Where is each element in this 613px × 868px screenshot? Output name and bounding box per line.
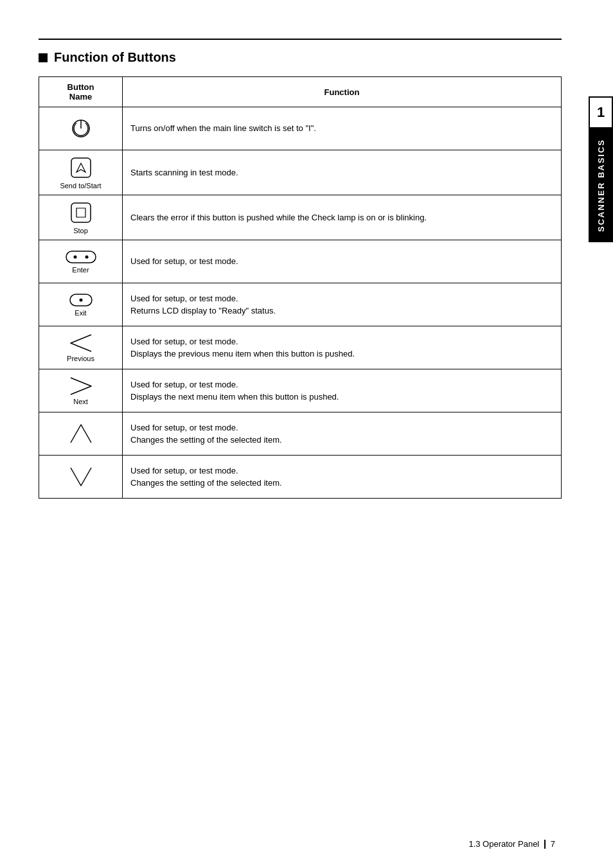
footer-page-number: 7 xyxy=(551,839,555,849)
table-row: PreviousUsed for setup, or test mode.Dis… xyxy=(39,326,562,369)
footer-section-label: 1.3 Operator Panel xyxy=(468,839,539,849)
power-icon xyxy=(69,117,93,140)
page-footer: 1.3 Operator Panel 7 xyxy=(0,839,587,849)
table-row: EnterUsed for setup, or test mode. xyxy=(39,240,562,283)
page-container: Function of Buttons Button Name Function… xyxy=(0,0,613,868)
button-function-cell: Clears the error if this button is pushe… xyxy=(123,195,562,240)
function-text: Used for setup, or test mode.Changes the… xyxy=(130,421,553,447)
table-row: StopClears the error if this button is p… xyxy=(39,195,562,240)
col-header-name: Button Name xyxy=(39,77,123,107)
table-row: Used for setup, or test mode.Changes the… xyxy=(39,456,562,499)
svg-marker-5 xyxy=(76,208,85,217)
table-header-row: Button Name Function xyxy=(39,77,562,107)
chevron-right-icon xyxy=(68,376,94,396)
button-name-cell: Stop xyxy=(39,195,123,240)
button-name-cell: Send to/Start xyxy=(39,150,123,195)
stop-icon xyxy=(69,200,93,225)
title-square-icon xyxy=(39,53,48,62)
side-tab: SCANNER BASICS xyxy=(589,128,613,242)
button-function-cell: Used for setup, or test mode.Changes the… xyxy=(123,456,562,499)
button-name-cell: Previous xyxy=(39,326,123,369)
col-header-function: Function xyxy=(123,77,562,107)
button-function-cell: Used for setup, or test mode.Returns LCD… xyxy=(123,283,562,326)
button-name-cell: Enter xyxy=(39,240,123,283)
section-title-text: Function of Buttons xyxy=(54,50,176,65)
svg-rect-6 xyxy=(66,251,96,263)
button-label: Stop xyxy=(73,227,88,235)
svg-point-7 xyxy=(73,255,76,258)
button-table: Button Name Function Turns on/off when t… xyxy=(39,76,562,499)
svg-rect-2 xyxy=(71,158,91,177)
svg-rect-4 xyxy=(71,203,91,222)
button-name-cell xyxy=(39,456,123,499)
button-function-cell: Used for setup, or test mode.Displays th… xyxy=(123,369,562,412)
function-text: Turns on/off when the main line switch i… xyxy=(130,122,553,135)
svg-marker-3 xyxy=(76,163,85,172)
chevron-up-icon xyxy=(69,422,93,445)
button-label: Previous xyxy=(67,355,94,362)
svg-point-10 xyxy=(79,298,82,301)
chapter-number: 1 xyxy=(589,96,613,128)
exit-icon xyxy=(69,293,93,307)
section-title: Function of Buttons xyxy=(39,50,562,65)
chevron-left-icon xyxy=(68,333,94,353)
button-name-cell: Exit xyxy=(39,283,123,326)
function-text: Used for setup, or test mode.Returns LCD… xyxy=(130,292,553,317)
function-text: Used for setup, or test mode.Changes the… xyxy=(130,465,553,490)
button-label: Next xyxy=(73,398,88,405)
function-text: Used for setup, or test mode. xyxy=(130,255,553,268)
button-name-cell xyxy=(39,107,123,150)
button-label: Send to/Start xyxy=(60,182,101,190)
button-name-cell: Next xyxy=(39,369,123,412)
table-row: Send to/StartStarts scanning in test mod… xyxy=(39,150,562,195)
button-function-cell: Used for setup, or test mode.Displays th… xyxy=(123,326,562,369)
button-function-cell: Turns on/off when the main line switch i… xyxy=(123,107,562,150)
button-function-cell: Starts scanning in test mode. xyxy=(123,150,562,195)
function-text: Used for setup, or test mode.Displays th… xyxy=(130,335,553,360)
table-row: NextUsed for setup, or test mode.Display… xyxy=(39,369,562,412)
button-label: Exit xyxy=(75,309,86,317)
button-name-cell xyxy=(39,412,123,456)
table-row: Used for setup, or test mode.Changes the… xyxy=(39,412,562,456)
top-rule xyxy=(39,39,562,40)
svg-point-8 xyxy=(85,255,88,258)
button-function-cell: Used for setup, or test mode. xyxy=(123,240,562,283)
function-text: Used for setup, or test mode.Displays th… xyxy=(130,378,553,403)
function-text: Starts scanning in test mode. xyxy=(130,166,553,179)
table-row: Turns on/off when the main line switch i… xyxy=(39,107,562,150)
footer-separator xyxy=(544,840,546,849)
send-icon xyxy=(69,155,93,180)
table-row: ExitUsed for setup, or test mode.Returns… xyxy=(39,283,562,326)
button-function-cell: Used for setup, or test mode.Changes the… xyxy=(123,412,562,456)
enter-icon xyxy=(65,250,97,264)
chevron-down-icon xyxy=(69,465,93,488)
button-label: Enter xyxy=(72,266,89,274)
function-text: Clears the error if this button is pushe… xyxy=(130,211,553,224)
